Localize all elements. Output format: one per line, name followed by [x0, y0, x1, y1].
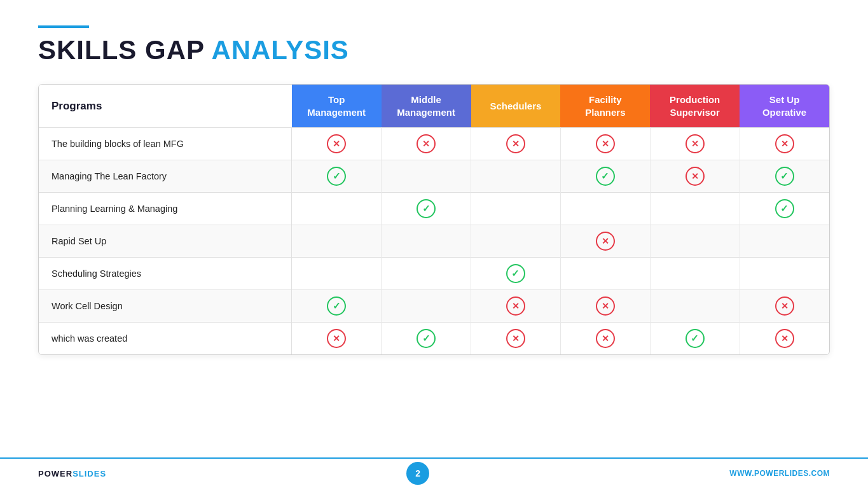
- value-cell: ✕: [740, 128, 829, 160]
- page-number-badge: 2: [406, 462, 429, 485]
- value-cell: [471, 193, 561, 225]
- program-cell: The building blocks of lean MFG: [39, 128, 292, 160]
- x-icon: ✕: [596, 296, 615, 316]
- value-cell: ✕: [560, 225, 650, 258]
- value-cell: ✓: [471, 258, 561, 290]
- value-cell: [650, 193, 740, 225]
- footer: POWERSLIDES 2 WWW.POWERLIDES.COM: [0, 457, 868, 488]
- check-icon: ✓: [596, 167, 615, 186]
- table-row: Scheduling Strategies✓: [39, 258, 829, 290]
- col-header-top-mgmt: TopManagement: [292, 85, 382, 128]
- program-cell: Planning Learning & Managing: [39, 193, 292, 225]
- value-cell: [292, 258, 382, 290]
- value-cell: ✓: [292, 160, 382, 193]
- table-row: Managing The Lean Factory✓✓✕✓: [39, 160, 829, 193]
- value-cell: [382, 290, 471, 323]
- value-cell: ✕: [471, 323, 561, 355]
- title-part2: ANALYSIS: [211, 35, 349, 65]
- title-bar: SKILLS GAP ANALYSIS: [38, 25, 830, 65]
- table-row: Planning Learning & Managing✓✓: [39, 193, 829, 225]
- page-title: SKILLS GAP ANALYSIS: [38, 36, 830, 65]
- programs-header: Programs: [39, 85, 292, 128]
- x-icon: ✕: [506, 329, 525, 348]
- value-cell: ✕: [560, 128, 650, 160]
- value-cell: ✕: [560, 290, 650, 323]
- value-cell: ✕: [292, 323, 382, 355]
- program-cell: Managing The Lean Factory: [39, 160, 292, 193]
- x-icon: ✕: [775, 296, 794, 316]
- value-cell: ✕: [650, 128, 740, 160]
- slide: SKILLS GAP ANALYSIS Programs TopManageme…: [0, 0, 868, 488]
- table-row: Work Cell Design✓✕✕✕: [39, 290, 829, 323]
- value-cell: [650, 225, 740, 258]
- value-cell: [650, 258, 740, 290]
- check-icon: ✓: [417, 329, 436, 348]
- title-part1: SKILLS GAP: [38, 35, 211, 65]
- table-row: The building blocks of lean MFG✕✕✕✕✕✕: [39, 128, 829, 160]
- table-row: which was created✕✓✕✕✓✕: [39, 323, 829, 355]
- x-icon: ✕: [596, 134, 615, 153]
- program-cell: Rapid Set Up: [39, 225, 292, 258]
- x-icon: ✕: [596, 232, 615, 251]
- program-cell: which was created: [39, 323, 292, 355]
- x-icon: ✕: [685, 134, 705, 153]
- value-cell: ✓: [650, 323, 740, 355]
- value-cell: ✕: [471, 128, 561, 160]
- brand-logo: POWERSLIDES: [38, 469, 106, 478]
- program-cell: Scheduling Strategies: [39, 258, 292, 290]
- col-header-mid-mgmt: MiddleManagement: [382, 85, 471, 128]
- value-cell: [471, 225, 561, 258]
- check-icon: ✓: [327, 167, 346, 186]
- value-cell: ✓: [740, 160, 829, 193]
- value-cell: ✕: [560, 323, 650, 355]
- x-icon: ✕: [775, 134, 794, 153]
- table-container: Programs TopManagement MiddleManagement …: [38, 84, 830, 355]
- value-cell: [650, 290, 740, 323]
- col-header-setup: Set UpOperative: [740, 85, 829, 128]
- value-cell: ✓: [292, 290, 382, 323]
- program-cell: Work Cell Design: [39, 290, 292, 323]
- col-header-facility: FacilityPlanners: [560, 85, 650, 128]
- value-cell: ✕: [740, 323, 829, 355]
- x-icon: ✕: [506, 296, 525, 316]
- value-cell: [740, 258, 829, 290]
- title-line: [38, 25, 89, 28]
- col-header-production: ProductionSupervisor: [650, 85, 740, 128]
- value-cell: ✓: [740, 193, 829, 225]
- value-cell: ✓: [382, 193, 471, 225]
- table-row: Rapid Set Up✕: [39, 225, 829, 258]
- skills-table: Programs TopManagement MiddleManagement …: [39, 85, 829, 354]
- check-icon: ✓: [327, 296, 346, 316]
- check-icon: ✓: [775, 199, 794, 218]
- value-cell: [560, 258, 650, 290]
- x-icon: ✕: [327, 134, 346, 153]
- value-cell: [382, 160, 471, 193]
- value-cell: [292, 225, 382, 258]
- x-icon: ✕: [596, 329, 615, 348]
- value-cell: ✕: [740, 290, 829, 323]
- value-cell: [382, 258, 471, 290]
- x-icon: ✕: [417, 134, 436, 153]
- value-cell: [560, 193, 650, 225]
- value-cell: ✕: [650, 160, 740, 193]
- value-cell: [382, 225, 471, 258]
- footer-website: WWW.POWERLIDES.COM: [729, 469, 830, 478]
- x-icon: ✕: [506, 134, 525, 153]
- value-cell: ✓: [382, 323, 471, 355]
- check-icon: ✓: [506, 264, 525, 283]
- check-icon: ✓: [685, 329, 705, 348]
- x-icon: ✕: [685, 167, 705, 186]
- x-icon: ✕: [327, 329, 346, 348]
- check-icon: ✓: [417, 199, 436, 218]
- value-cell: [292, 193, 382, 225]
- brand-power: POWER: [38, 469, 72, 478]
- page-number: 2: [415, 468, 420, 478]
- col-header-schedulers: Schedulers: [471, 85, 561, 128]
- value-cell: ✓: [560, 160, 650, 193]
- check-icon: ✓: [775, 167, 794, 186]
- value-cell: ✕: [471, 290, 561, 323]
- value-cell: [471, 160, 561, 193]
- value-cell: [740, 225, 829, 258]
- value-cell: ✕: [382, 128, 471, 160]
- brand-slides: SLIDES: [72, 469, 106, 478]
